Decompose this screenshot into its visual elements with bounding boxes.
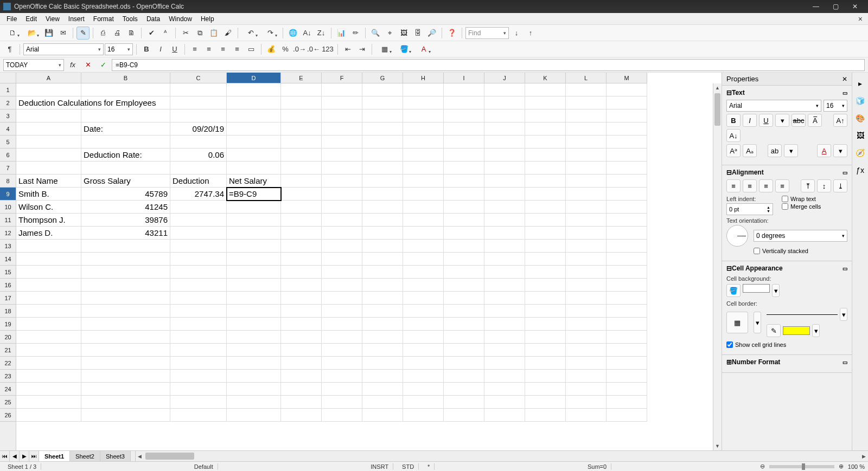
cell-J12[interactable] xyxy=(484,227,525,240)
cell-C24[interactable] xyxy=(170,383,227,396)
cell-E10[interactable] xyxy=(281,201,322,214)
functions-tab-icon[interactable]: ƒx xyxy=(854,164,867,177)
menu-insert[interactable]: Insert xyxy=(64,14,89,24)
row-header-7[interactable]: 7 xyxy=(0,162,16,175)
cell-C14[interactable] xyxy=(170,253,227,266)
cell-H23[interactable] xyxy=(403,370,444,383)
cell-D19[interactable] xyxy=(227,318,281,331)
cell-G6[interactable] xyxy=(362,149,403,162)
cell-D22[interactable] xyxy=(227,357,281,370)
cell-F1[interactable] xyxy=(322,83,362,96)
col-header-K[interactable]: K xyxy=(525,73,566,83)
row-header-25[interactable]: 25 xyxy=(0,396,16,409)
cell-A5[interactable] xyxy=(16,136,81,149)
cell-A11[interactable]: Thompson J. xyxy=(16,214,81,227)
panel-highlight-button[interactable]: ab xyxy=(768,144,782,157)
cell-L1[interactable] xyxy=(566,83,607,96)
cell-F9[interactable] xyxy=(322,188,362,201)
cell-G12[interactable] xyxy=(362,227,403,240)
cell-C23[interactable] xyxy=(170,370,227,383)
cell-L16[interactable] xyxy=(566,279,607,292)
panel-grow-font-button[interactable]: A↑ xyxy=(833,114,847,127)
hyperlink-button[interactable]: 🌐 xyxy=(286,27,299,40)
cell-E17[interactable] xyxy=(281,292,322,305)
cell-D9[interactable]: =B9-C9 xyxy=(227,188,281,201)
cell-M15[interactable] xyxy=(607,266,647,279)
cell-H6[interactable] xyxy=(403,149,444,162)
col-header-C[interactable]: C xyxy=(170,73,227,83)
underline-button[interactable]: U xyxy=(168,43,181,56)
cell-M11[interactable] xyxy=(607,214,647,227)
border-color-swatch[interactable] xyxy=(783,326,810,335)
cell-B26[interactable] xyxy=(81,409,170,422)
cell-C16[interactable] xyxy=(170,279,227,292)
cell-B6[interactable]: Deduction Rate: xyxy=(81,149,170,162)
cell-A23[interactable] xyxy=(16,370,81,383)
align-justify-button[interactable]: ≡ xyxy=(775,179,789,192)
cell-F13[interactable] xyxy=(322,240,362,253)
last-sheet-button[interactable]: ⏭ xyxy=(29,451,39,461)
row-header-19[interactable]: 19 xyxy=(0,318,16,331)
menu-file[interactable]: File xyxy=(2,14,21,24)
styles-tab-icon[interactable]: 🎨 xyxy=(854,112,867,125)
cell-G17[interactable] xyxy=(362,292,403,305)
cell-C2[interactable] xyxy=(170,96,227,109)
cell-A12[interactable]: James D. xyxy=(16,227,81,240)
col-header-H[interactable]: H xyxy=(403,73,444,83)
col-header-B[interactable]: B xyxy=(81,73,170,83)
autospell-button[interactable]: ᴬ xyxy=(159,27,172,40)
panel-close-icon[interactable]: ✕ xyxy=(842,75,847,83)
cell-G4[interactable] xyxy=(362,122,403,136)
sheet-tab-1[interactable]: Sheet1 xyxy=(39,451,70,461)
cell-J6[interactable] xyxy=(484,149,525,162)
panel-size-combo[interactable]: 16▾ xyxy=(824,100,847,112)
cell-M22[interactable] xyxy=(607,357,647,370)
align-bottom-button[interactable]: ⤓ xyxy=(833,179,847,192)
cell-M25[interactable] xyxy=(607,396,647,409)
cell-E21[interactable] xyxy=(281,344,322,357)
cell-I8[interactable] xyxy=(444,175,484,188)
orientation-dial[interactable] xyxy=(726,225,748,247)
cell-K2[interactable] xyxy=(525,96,566,109)
cell-F14[interactable] xyxy=(322,253,362,266)
cell-B24[interactable] xyxy=(81,383,170,396)
row-header-8[interactable]: 8 xyxy=(0,175,16,188)
cell-A18[interactable] xyxy=(16,305,81,318)
cell-L8[interactable] xyxy=(566,175,607,188)
cell-E8[interactable] xyxy=(281,175,322,188)
cell-J5[interactable] xyxy=(484,136,525,149)
cell-J1[interactable] xyxy=(484,83,525,96)
cell-A19[interactable] xyxy=(16,318,81,331)
row-header-9[interactable]: 9 xyxy=(0,188,16,201)
cell-B8[interactable]: Gross Salary xyxy=(81,175,170,188)
cell-F17[interactable] xyxy=(322,292,362,305)
cell-F10[interactable] xyxy=(322,201,362,214)
cell-J21[interactable] xyxy=(484,344,525,357)
cell-F24[interactable] xyxy=(322,383,362,396)
cell-A21[interactable] xyxy=(16,344,81,357)
cell-M10[interactable] xyxy=(607,201,647,214)
panel-highlight-drop[interactable]: ▾ xyxy=(784,144,798,157)
cell-I12[interactable] xyxy=(444,227,484,240)
cell-G14[interactable] xyxy=(362,253,403,266)
panel-italic-button[interactable]: I xyxy=(743,114,757,127)
font-color-button[interactable]: A xyxy=(414,43,433,56)
cell-H14[interactable] xyxy=(403,253,444,266)
cell-F12[interactable] xyxy=(322,227,362,240)
row-header-5[interactable]: 5 xyxy=(0,136,16,149)
cell-I20[interactable] xyxy=(444,331,484,344)
row-header-4[interactable]: 4 xyxy=(0,122,16,136)
gallery-tab-icon[interactable]: 🖼 xyxy=(854,129,867,142)
font-size-combo[interactable]: 16 ▾ xyxy=(105,43,133,55)
align-justify-button[interactable]: ≡ xyxy=(231,43,244,56)
cell-A25[interactable] xyxy=(16,396,81,409)
cell-H16[interactable] xyxy=(403,279,444,292)
row-header-1[interactable]: 1 xyxy=(0,83,16,96)
cell-M12[interactable] xyxy=(607,227,647,240)
cell-H10[interactable] xyxy=(403,201,444,214)
chart-button[interactable]: 📊 xyxy=(335,27,348,40)
cell-A4[interactable] xyxy=(16,122,81,136)
zoom-value[interactable]: 100 % xyxy=(848,463,865,470)
horizontal-scrollbar[interactable]: ◀ ▶ xyxy=(135,451,868,461)
maximize-button[interactable]: ▢ xyxy=(826,0,845,13)
